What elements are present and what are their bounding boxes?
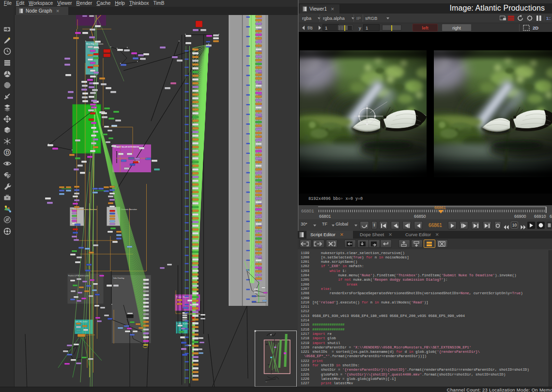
svg-text:6: 6 [550, 214, 552, 219]
svg-text:66910: 66910 [534, 214, 546, 219]
svg-text:1:1: 1:1 [546, 16, 551, 21]
svg-text:INPAINT BLUR EXTENSION: INPAINT BLUR EXTENSION [114, 146, 139, 148]
svg-text:D: D [6, 150, 9, 155]
svg-text:Feather to poles: Feather to poles [177, 323, 189, 325]
svg-text:66801: 66801 [301, 208, 314, 213]
svg-text:t.··: t.·· [266, 380, 268, 383]
svg-text:66801: 66801 [319, 214, 331, 219]
svg-text:66850: 66850 [414, 214, 426, 219]
svg-text:66900: 66900 [514, 214, 526, 219]
svg-text:66861: 66861 [434, 205, 446, 210]
svg-text:Info Overlay: Info Overlay [113, 277, 124, 279]
